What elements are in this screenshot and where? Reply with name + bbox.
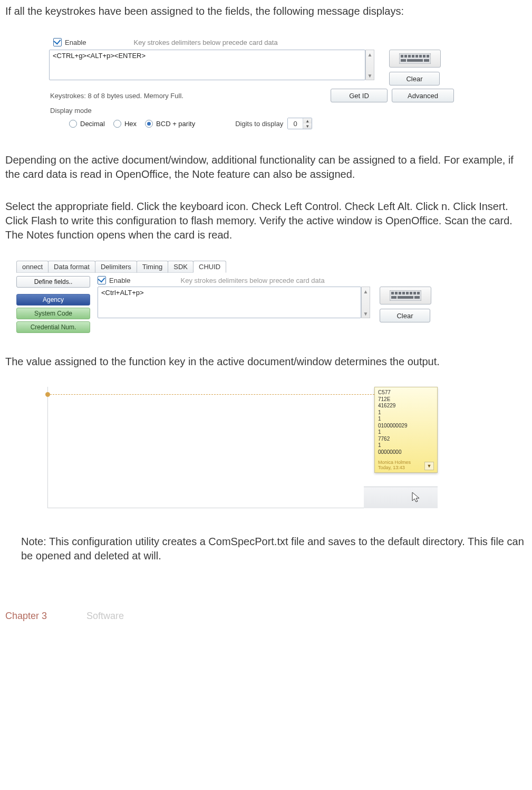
footer-chapter: Chapter 3: [5, 611, 47, 621]
note-line: 712E: [378, 396, 434, 403]
define-fields-button[interactable]: Define fields..: [16, 276, 90, 288]
textarea-keystrokes[interactable]: <CTRL+g><ALT+p><ENTER>: [49, 50, 365, 80]
note-time: Today, 13:43: [378, 465, 411, 470]
note-line: 416229: [378, 403, 434, 410]
label-enable-2: Enable: [109, 277, 130, 284]
note-line: 1: [378, 442, 434, 449]
radio-bcd[interactable]: BCD + parity: [145, 120, 195, 128]
paragraph-depending: Depending on the active document/window,…: [5, 153, 527, 182]
svg-rect-3: [408, 55, 411, 58]
field-system-code[interactable]: System Code: [16, 308, 90, 319]
paragraph-value: The value assigned to the function key i…: [5, 355, 527, 369]
clear-button[interactable]: Clear: [389, 72, 440, 85]
tab-chuid[interactable]: CHUID: [193, 261, 226, 273]
cursor-icon: [411, 491, 421, 503]
svg-rect-1: [401, 55, 403, 58]
svg-rect-5: [415, 55, 418, 58]
paragraph-note: Note: This configuration utility creates…: [21, 535, 527, 563]
digits-value: 0: [288, 118, 303, 129]
scroll-up-icon[interactable]: ▲: [366, 50, 374, 59]
svg-rect-23: [414, 296, 420, 299]
svg-rect-6: [419, 55, 422, 58]
svg-rect-0: [399, 53, 431, 64]
keyboard-icon[interactable]: [389, 50, 441, 68]
svg-rect-10: [407, 59, 423, 62]
annotation-leader-line: [47, 394, 374, 395]
window-status-bar: [364, 487, 438, 508]
radio-bcd-label: BCD + parity: [156, 120, 195, 128]
field-credential-num[interactable]: Credential Num.: [16, 321, 90, 333]
checkbox-enable-2[interactable]: [98, 276, 106, 284]
scrollbar-2[interactable]: ▲ ▼: [361, 287, 370, 318]
svg-rect-17: [406, 292, 409, 294]
hint-keystrokes-2: Key strokes delimiters below precede car…: [180, 277, 324, 284]
spin-up-icon[interactable]: ▲: [303, 118, 312, 123]
svg-rect-21: [391, 296, 396, 299]
tab-connect[interactable]: onnect: [16, 261, 49, 273]
note-line: 00000000: [378, 449, 434, 456]
status-keystrokes: Keystrokes: 8 of 8 bytes used. Memory Fu…: [50, 92, 183, 100]
hint-keystrokes: Key strokes delimiters below precede car…: [133, 39, 277, 46]
svg-rect-20: [417, 292, 420, 294]
note-line: 1: [378, 410, 434, 416]
note-line: 7762: [378, 436, 434, 443]
note-line: 1: [378, 416, 434, 423]
svg-rect-8: [427, 55, 429, 58]
radio-hex[interactable]: Hex: [113, 120, 137, 128]
spin-down-icon[interactable]: ▼: [303, 123, 312, 129]
svg-rect-13: [391, 292, 394, 294]
svg-rect-16: [402, 292, 405, 294]
note-line: C577: [378, 389, 434, 396]
screenshot-note-output: C577 712E 416229 1 1 0100000029 1 7762 1…: [47, 387, 438, 508]
svg-rect-14: [395, 292, 398, 294]
svg-rect-4: [412, 55, 414, 58]
sticky-note[interactable]: C577 712E 416229 1 1 0100000029 1 7762 1…: [374, 387, 438, 473]
note-line: 0100000029: [378, 423, 434, 430]
label-display-mode: Display mode: [50, 107, 454, 115]
svg-rect-12: [390, 290, 421, 301]
keyboard-icon-2[interactable]: [380, 287, 431, 304]
tab-sdk[interactable]: SDK: [168, 261, 194, 273]
svg-rect-7: [423, 55, 425, 58]
page-footer: Chapter 3 Software: [5, 611, 527, 622]
paragraph-select: Select the appropriate field. Click the …: [5, 199, 527, 242]
svg-rect-15: [399, 292, 401, 294]
tab-delimiters[interactable]: Delimiters: [95, 261, 137, 273]
svg-rect-19: [413, 292, 416, 294]
field-agency[interactable]: Agency: [16, 294, 90, 306]
screenshot-keystrokes-full: Enable Key strokes delimiters below prec…: [47, 36, 454, 132]
svg-rect-2: [404, 55, 407, 58]
tab-data-format[interactable]: Data format: [48, 261, 95, 273]
paragraph-intro: If all the keystrokes have been assigned…: [5, 4, 527, 18]
note-line: 1: [378, 429, 434, 436]
svg-rect-11: [424, 59, 429, 62]
note-author: Monica Holmes: [378, 460, 411, 465]
svg-rect-9: [401, 59, 406, 62]
svg-rect-18: [410, 292, 412, 294]
radio-hex-label: Hex: [124, 120, 137, 128]
advanced-button[interactable]: Advanced: [392, 89, 454, 102]
scrollbar[interactable]: ▲ ▼: [365, 50, 374, 80]
textarea-keystrokes-2[interactable]: <Ctrl+ALT+p>: [98, 287, 361, 318]
clear-button-2[interactable]: Clear: [380, 309, 430, 322]
scroll-up-icon-2[interactable]: ▲: [362, 287, 370, 296]
digits-spinner[interactable]: 0 ▲▼: [287, 118, 312, 129]
checkbox-enable[interactable]: [53, 38, 62, 46]
scroll-down-icon-2[interactable]: ▼: [362, 309, 370, 318]
note-menu-icon[interactable]: ▼: [424, 462, 434, 470]
screenshot-chuid-tab: onnect Data format Delimiters Timing SDK…: [16, 260, 456, 334]
label-enable: Enable: [65, 39, 86, 46]
get-id-button[interactable]: Get ID: [331, 89, 388, 102]
radio-decimal-label: Decimal: [80, 120, 105, 128]
label-digits: Digits to display: [235, 120, 283, 128]
svg-rect-22: [398, 296, 413, 299]
radio-decimal[interactable]: Decimal: [69, 120, 105, 128]
scroll-down-icon[interactable]: ▼: [366, 71, 374, 80]
footer-title: Software: [86, 611, 124, 621]
tab-timing[interactable]: Timing: [137, 261, 169, 273]
